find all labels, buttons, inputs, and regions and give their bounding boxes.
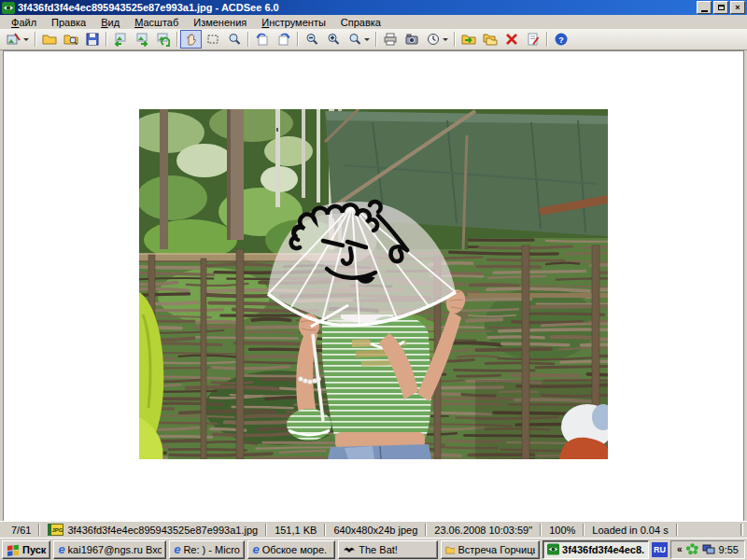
delete-x-icon xyxy=(504,32,519,47)
acdsee-icon xyxy=(547,543,559,555)
select-tool-button[interactable] xyxy=(202,30,223,49)
viewer-canvas[interactable] xyxy=(3,50,744,521)
ie-icon: e xyxy=(174,543,180,555)
selection-rect-icon xyxy=(205,32,220,47)
ie-icon: e xyxy=(252,543,259,555)
menu-edit[interactable]: Правка xyxy=(44,17,93,28)
menu-modify[interactable]: Изменения xyxy=(186,17,254,28)
windows-logo-icon xyxy=(7,543,20,556)
tray-chevron[interactable]: « xyxy=(677,544,683,554)
hand-icon xyxy=(184,32,199,47)
previous-image-icon xyxy=(113,32,128,47)
menu-bar: Файл Правка Вид Масштаб Изменения Инстру… xyxy=(0,15,747,29)
delete-button[interactable] xyxy=(500,30,522,49)
next-image-button[interactable] xyxy=(131,30,152,49)
rotate-right-button[interactable] xyxy=(273,30,294,49)
task-folder-vstrecha[interactable]: Встреча Горчицы 2... xyxy=(441,540,540,559)
rotate-left-button[interactable] xyxy=(251,30,273,49)
folder-icon xyxy=(445,544,456,555)
window-title: 3f436fd3f4e4ec895943525e87e993a1.jpg - A… xyxy=(18,2,697,13)
photo xyxy=(139,109,608,459)
zoom-menu-icon xyxy=(347,32,362,47)
pan-tool-button[interactable] xyxy=(180,30,202,49)
properties-icon xyxy=(526,32,541,47)
status-position: 7/61 xyxy=(4,525,38,536)
minimize-button[interactable] xyxy=(697,1,712,14)
browse-folder-icon xyxy=(63,32,78,47)
status-date: 23.06.2008 10:03:59" xyxy=(427,525,540,536)
save-button[interactable] xyxy=(81,30,103,49)
status-load-time: Loaded in 0.04 s xyxy=(585,525,675,536)
extract-image-icon xyxy=(156,32,171,47)
photo-image xyxy=(139,109,608,459)
menu-help[interactable]: Справка xyxy=(333,17,388,28)
properties-button[interactable] xyxy=(522,30,543,49)
network-icon[interactable] xyxy=(702,544,715,555)
rotate-left-icon xyxy=(255,32,270,47)
acquire-button[interactable] xyxy=(401,30,422,49)
zoom-menu-button[interactable] xyxy=(344,30,373,49)
status-bar: 7/61 JPG 3f436fd3f4e4ec895943525e87e993a… xyxy=(0,521,747,538)
slideshow-button[interactable] xyxy=(422,30,451,49)
language-indicator[interactable]: RU xyxy=(652,542,668,557)
edit-menu-button[interactable] xyxy=(3,30,32,49)
zoom-out-button[interactable] xyxy=(301,30,322,49)
menu-tools[interactable]: Инструменты xyxy=(254,17,333,28)
taskbar: Пуск e kai1967@ngs.ru Вхо... e Re: ) - M… xyxy=(0,538,747,560)
svg-text:?: ? xyxy=(558,35,564,45)
previous-image-button[interactable] xyxy=(109,30,131,49)
menu-zoom[interactable]: Масштаб xyxy=(127,17,186,28)
icq-flower-icon[interactable] xyxy=(686,543,698,555)
help-icon: ? xyxy=(554,32,569,47)
restore-button[interactable] xyxy=(713,1,728,14)
task-the-bat[interactable]: The Bat! xyxy=(338,540,437,559)
open-folder-icon xyxy=(42,32,57,47)
zoom-out-icon xyxy=(304,32,319,47)
magnifier-tool-button[interactable] xyxy=(223,30,245,49)
jpg-file-icon: JPG xyxy=(48,524,63,536)
printer-icon xyxy=(383,32,398,47)
move-folder-icon xyxy=(461,32,476,47)
tray-clock: 9:55 xyxy=(719,544,739,555)
status-zoom: 100% xyxy=(542,525,583,536)
task-acdsee-active[interactable]: 3f436fd3f4e4ec8... xyxy=(543,540,649,559)
next-image-icon xyxy=(134,32,149,47)
camera-icon xyxy=(404,32,419,47)
system-tray: « 9:55 xyxy=(670,540,745,559)
status-resize-grip xyxy=(740,524,743,536)
close-button[interactable]: × xyxy=(730,1,745,14)
task-mail-kai1967[interactable]: e kai1967@ngs.ru Вхо... xyxy=(53,540,166,559)
status-filesize: 151,1 KB xyxy=(267,525,324,536)
status-dimensions: 640x480x24b jpeg xyxy=(326,525,425,536)
browse-button[interactable] xyxy=(60,30,81,49)
help-button[interactable]: ? xyxy=(550,30,571,49)
copy-to-folder-button[interactable] xyxy=(479,30,500,49)
task-obskoe-more[interactable]: e Обское море. Бесе... xyxy=(247,540,335,559)
copy-folder-icon xyxy=(483,32,498,47)
zoom-in-icon xyxy=(326,32,341,47)
slideshow-clock-icon xyxy=(426,32,441,47)
acdsee-app-icon xyxy=(2,2,15,14)
magnifier-icon xyxy=(227,32,242,47)
menu-view[interactable]: Вид xyxy=(93,17,127,28)
print-button[interactable] xyxy=(379,30,401,49)
task-re-internet[interactable]: e Re: ) - Microsoft Inter... xyxy=(169,540,245,559)
menu-file[interactable]: Файл xyxy=(4,17,44,28)
zoom-in-button[interactable] xyxy=(322,30,344,49)
extract-image-button[interactable] xyxy=(152,30,174,49)
toolbar: ? xyxy=(0,29,747,50)
title-bar: 3f436fd3f4e4ec895943525e87e993a1.jpg - A… xyxy=(0,0,747,15)
status-filename: JPG 3f436fd3f4e4ec895943525e87e993a1.jpg xyxy=(40,524,265,536)
edit-icon xyxy=(7,32,21,47)
rotate-right-icon xyxy=(276,32,291,47)
bat-icon xyxy=(343,544,356,554)
ie-icon: e xyxy=(58,543,64,555)
save-icon xyxy=(85,32,100,47)
move-to-folder-button[interactable] xyxy=(458,30,479,49)
start-button[interactable]: Пуск xyxy=(2,540,50,559)
open-folder-button[interactable] xyxy=(38,30,60,49)
